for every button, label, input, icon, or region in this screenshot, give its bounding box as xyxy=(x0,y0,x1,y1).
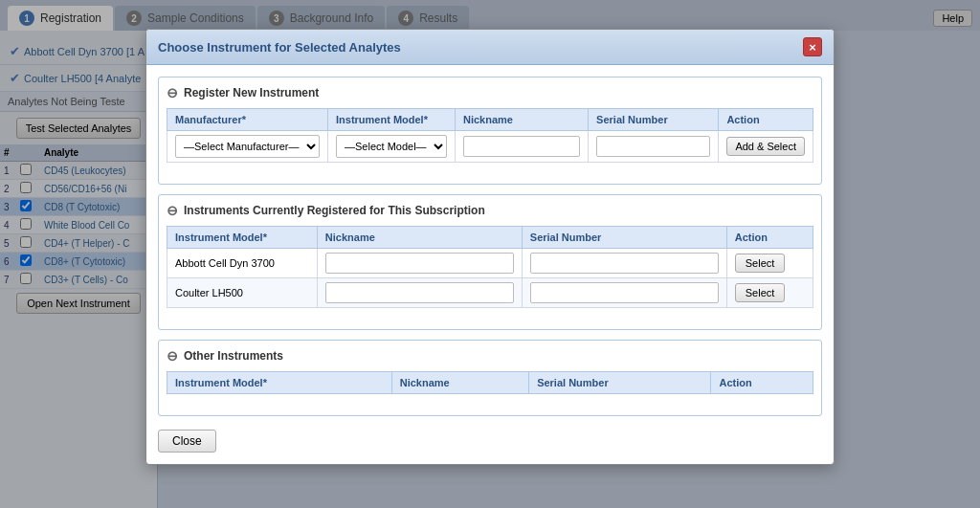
reg-serial-input[interactable] xyxy=(530,282,719,303)
col-action: Action xyxy=(719,109,813,131)
col-other-action: Action xyxy=(711,372,813,394)
currently-registered-title: Instruments Currently Registered for Thi… xyxy=(184,204,485,217)
reg-nickname-input[interactable] xyxy=(325,282,514,303)
reg-action-cell: Select xyxy=(726,249,813,278)
model-select-container: —Select Model— xyxy=(336,135,447,158)
reg-nickname-input[interactable] xyxy=(325,253,514,274)
action-cell-new: Add & Select xyxy=(719,131,813,163)
currently-registered-header: ⊖ Instruments Currently Registered for T… xyxy=(167,203,813,218)
register-new-row: —Select Manufacturer— —Select Model— xyxy=(167,131,813,163)
model-select[interactable]: —Select Model— xyxy=(336,135,447,158)
collapse-icon-register[interactable]: ⊖ xyxy=(167,85,178,100)
col-other-model: Instrument Model* xyxy=(167,372,392,394)
col-other-nickname: Nickname xyxy=(391,372,528,394)
dialog-body: ⊖ Register New Instrument Manufacturer* … xyxy=(146,65,834,464)
manufacturer-select-container: —Select Manufacturer— xyxy=(175,135,320,158)
register-new-section: ⊖ Register New Instrument Manufacturer* … xyxy=(158,77,822,185)
col-manufacturer: Manufacturer* xyxy=(167,109,328,131)
other-instruments-title: Other Instruments xyxy=(184,349,283,363)
manufacturer-cell: —Select Manufacturer— xyxy=(167,131,328,163)
reg-action-cell: Select xyxy=(726,278,813,308)
choose-instrument-dialog: Choose Instrument for Selected Analytes … xyxy=(145,29,835,465)
select-button[interactable]: Select xyxy=(735,283,786,302)
reg-nickname-cell xyxy=(317,278,522,308)
registered-row: Coulter LH500 Select xyxy=(167,278,813,308)
dialog-overlay: Choose Instrument for Selected Analytes … xyxy=(0,0,980,508)
serial-input-new[interactable] xyxy=(596,136,710,157)
reg-serial-cell xyxy=(522,278,726,308)
col-other-serial: Serial Number xyxy=(529,372,711,394)
col-nickname: Nickname xyxy=(456,109,589,131)
col-reg-nickname: Nickname xyxy=(317,227,522,249)
main-area: ✔ Abbott Cell Dyn 3700 [1 A ✔ Coulter LH… xyxy=(0,31,980,508)
registered-row: Abbott Cell Dyn 3700 Select xyxy=(167,249,813,278)
register-new-header: ⊖ Register New Instrument xyxy=(167,85,813,100)
close-button[interactable]: Close xyxy=(158,430,216,453)
dialog-close-button[interactable]: × xyxy=(803,37,822,56)
dialog-title: Choose Instrument for Selected Analytes xyxy=(158,40,401,55)
collapse-icon-other[interactable]: ⊖ xyxy=(167,348,178,364)
collapse-icon-registered[interactable]: ⊖ xyxy=(167,203,178,218)
reg-model-cell: Coulter LH500 xyxy=(167,278,318,308)
select-button[interactable]: Select xyxy=(735,254,786,273)
serial-cell-new xyxy=(589,131,719,163)
other-instruments-table: Instrument Model* Nickname Serial Number… xyxy=(167,371,813,394)
manufacturer-select[interactable]: —Select Manufacturer— xyxy=(175,135,320,158)
reg-serial-cell xyxy=(522,249,726,278)
reg-model-cell: Abbott Cell Dyn 3700 xyxy=(167,249,318,278)
other-instruments-header: ⊖ Other Instruments xyxy=(167,348,813,364)
currently-registered-section: ⊖ Instruments Currently Registered for T… xyxy=(158,194,822,330)
reg-nickname-cell xyxy=(317,249,522,278)
currently-registered-table: Instrument Model* Nickname Serial Number… xyxy=(167,226,813,308)
col-reg-action: Action xyxy=(726,227,813,249)
reg-serial-input[interactable] xyxy=(530,253,719,274)
register-new-table: Manufacturer* Instrument Model* Nickname… xyxy=(167,108,813,163)
dialog-title-bar: Choose Instrument for Selected Analytes … xyxy=(146,30,834,65)
register-new-title: Register New Instrument xyxy=(184,86,319,99)
nickname-cell-new xyxy=(456,131,589,163)
model-cell: —Select Model— xyxy=(328,131,456,163)
col-serial: Serial Number xyxy=(589,109,719,131)
add-select-button[interactable]: Add & Select xyxy=(726,137,805,156)
nickname-input-new[interactable] xyxy=(463,136,580,157)
col-reg-serial: Serial Number xyxy=(522,227,726,249)
col-reg-model: Instrument Model* xyxy=(167,227,318,249)
col-instrument-model: Instrument Model* xyxy=(328,109,456,131)
other-instruments-section: ⊖ Other Instruments Instrument Model* Ni… xyxy=(158,340,822,416)
